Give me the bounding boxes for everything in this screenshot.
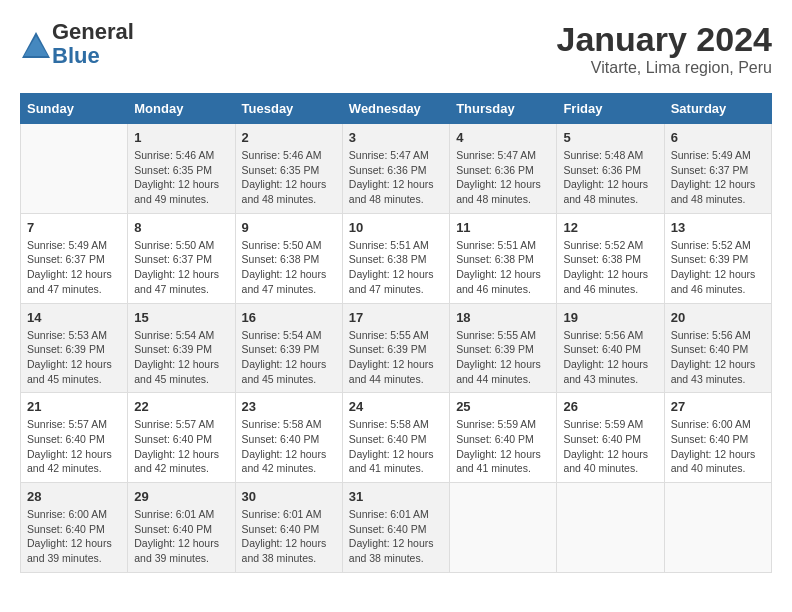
day-info: Sunrise: 6:01 AMSunset: 6:40 PMDaylight:… xyxy=(349,507,443,566)
day-number: 10 xyxy=(349,220,443,235)
calendar-cell: 8Sunrise: 5:50 AMSunset: 6:37 PMDaylight… xyxy=(128,213,235,303)
calendar-cell: 31Sunrise: 6:01 AMSunset: 6:40 PMDayligh… xyxy=(342,483,449,573)
day-info: Sunrise: 5:51 AMSunset: 6:38 PMDaylight:… xyxy=(456,238,550,297)
day-number: 11 xyxy=(456,220,550,235)
logo: General Blue xyxy=(20,20,134,68)
calendar-cell: 9Sunrise: 5:50 AMSunset: 6:38 PMDaylight… xyxy=(235,213,342,303)
title-section: January 2024 Vitarte, Lima region, Peru xyxy=(557,20,773,77)
week-row-2: 7Sunrise: 5:49 AMSunset: 6:37 PMDaylight… xyxy=(21,213,772,303)
header-tuesday: Tuesday xyxy=(235,94,342,124)
calendar-cell: 24Sunrise: 5:58 AMSunset: 6:40 PMDayligh… xyxy=(342,393,449,483)
logo-text: General Blue xyxy=(52,20,134,68)
logo-line1: General xyxy=(52,20,134,44)
calendar-cell: 29Sunrise: 6:01 AMSunset: 6:40 PMDayligh… xyxy=(128,483,235,573)
calendar-cell: 13Sunrise: 5:52 AMSunset: 6:39 PMDayligh… xyxy=(664,213,771,303)
calendar-cell: 26Sunrise: 5:59 AMSunset: 6:40 PMDayligh… xyxy=(557,393,664,483)
day-info: Sunrise: 5:47 AMSunset: 6:36 PMDaylight:… xyxy=(349,148,443,207)
day-info: Sunrise: 5:55 AMSunset: 6:39 PMDaylight:… xyxy=(349,328,443,387)
week-row-3: 14Sunrise: 5:53 AMSunset: 6:39 PMDayligh… xyxy=(21,303,772,393)
calendar-table: SundayMondayTuesdayWednesdayThursdayFrid… xyxy=(20,93,772,573)
day-number: 29 xyxy=(134,489,228,504)
day-info: Sunrise: 5:57 AMSunset: 6:40 PMDaylight:… xyxy=(27,417,121,476)
day-info: Sunrise: 5:54 AMSunset: 6:39 PMDaylight:… xyxy=(242,328,336,387)
day-number: 26 xyxy=(563,399,657,414)
header-wednesday: Wednesday xyxy=(342,94,449,124)
calendar-cell xyxy=(557,483,664,573)
calendar-cell: 10Sunrise: 5:51 AMSunset: 6:38 PMDayligh… xyxy=(342,213,449,303)
calendar-cell: 1Sunrise: 5:46 AMSunset: 6:35 PMDaylight… xyxy=(128,124,235,214)
day-info: Sunrise: 5:58 AMSunset: 6:40 PMDaylight:… xyxy=(349,417,443,476)
day-info: Sunrise: 5:55 AMSunset: 6:39 PMDaylight:… xyxy=(456,328,550,387)
subtitle: Vitarte, Lima region, Peru xyxy=(557,59,773,77)
calendar-cell: 21Sunrise: 5:57 AMSunset: 6:40 PMDayligh… xyxy=(21,393,128,483)
day-number: 15 xyxy=(134,310,228,325)
calendar-cell: 16Sunrise: 5:54 AMSunset: 6:39 PMDayligh… xyxy=(235,303,342,393)
calendar-cell xyxy=(21,124,128,214)
calendar-cell: 3Sunrise: 5:47 AMSunset: 6:36 PMDaylight… xyxy=(342,124,449,214)
day-info: Sunrise: 5:46 AMSunset: 6:35 PMDaylight:… xyxy=(134,148,228,207)
week-row-1: 1Sunrise: 5:46 AMSunset: 6:35 PMDaylight… xyxy=(21,124,772,214)
day-info: Sunrise: 5:58 AMSunset: 6:40 PMDaylight:… xyxy=(242,417,336,476)
header-friday: Friday xyxy=(557,94,664,124)
day-number: 4 xyxy=(456,130,550,145)
day-number: 8 xyxy=(134,220,228,235)
day-info: Sunrise: 5:46 AMSunset: 6:35 PMDaylight:… xyxy=(242,148,336,207)
day-info: Sunrise: 5:52 AMSunset: 6:39 PMDaylight:… xyxy=(671,238,765,297)
day-info: Sunrise: 5:57 AMSunset: 6:40 PMDaylight:… xyxy=(134,417,228,476)
day-info: Sunrise: 5:56 AMSunset: 6:40 PMDaylight:… xyxy=(563,328,657,387)
calendar-cell: 19Sunrise: 5:56 AMSunset: 6:40 PMDayligh… xyxy=(557,303,664,393)
day-number: 27 xyxy=(671,399,765,414)
day-number: 6 xyxy=(671,130,765,145)
day-info: Sunrise: 5:53 AMSunset: 6:39 PMDaylight:… xyxy=(27,328,121,387)
calendar-cell: 17Sunrise: 5:55 AMSunset: 6:39 PMDayligh… xyxy=(342,303,449,393)
header-thursday: Thursday xyxy=(450,94,557,124)
day-info: Sunrise: 5:50 AMSunset: 6:38 PMDaylight:… xyxy=(242,238,336,297)
day-info: Sunrise: 5:50 AMSunset: 6:37 PMDaylight:… xyxy=(134,238,228,297)
header-monday: Monday xyxy=(128,94,235,124)
logo-line2: Blue xyxy=(52,44,134,68)
day-number: 14 xyxy=(27,310,121,325)
day-info: Sunrise: 5:48 AMSunset: 6:36 PMDaylight:… xyxy=(563,148,657,207)
calendar-cell: 30Sunrise: 6:01 AMSunset: 6:40 PMDayligh… xyxy=(235,483,342,573)
day-number: 30 xyxy=(242,489,336,504)
day-number: 1 xyxy=(134,130,228,145)
day-number: 25 xyxy=(456,399,550,414)
day-number: 31 xyxy=(349,489,443,504)
calendar-cell: 27Sunrise: 6:00 AMSunset: 6:40 PMDayligh… xyxy=(664,393,771,483)
calendar-cell: 20Sunrise: 5:56 AMSunset: 6:40 PMDayligh… xyxy=(664,303,771,393)
calendar-header-row: SundayMondayTuesdayWednesdayThursdayFrid… xyxy=(21,94,772,124)
calendar-cell: 25Sunrise: 5:59 AMSunset: 6:40 PMDayligh… xyxy=(450,393,557,483)
day-info: Sunrise: 5:56 AMSunset: 6:40 PMDaylight:… xyxy=(671,328,765,387)
calendar-cell: 4Sunrise: 5:47 AMSunset: 6:36 PMDaylight… xyxy=(450,124,557,214)
calendar-cell: 6Sunrise: 5:49 AMSunset: 6:37 PMDaylight… xyxy=(664,124,771,214)
day-info: Sunrise: 6:01 AMSunset: 6:40 PMDaylight:… xyxy=(134,507,228,566)
day-info: Sunrise: 6:00 AMSunset: 6:40 PMDaylight:… xyxy=(671,417,765,476)
day-info: Sunrise: 6:00 AMSunset: 6:40 PMDaylight:… xyxy=(27,507,121,566)
header-sunday: Sunday xyxy=(21,94,128,124)
week-row-5: 28Sunrise: 6:00 AMSunset: 6:40 PMDayligh… xyxy=(21,483,772,573)
calendar-cell: 22Sunrise: 5:57 AMSunset: 6:40 PMDayligh… xyxy=(128,393,235,483)
day-number: 24 xyxy=(349,399,443,414)
day-number: 5 xyxy=(563,130,657,145)
day-info: Sunrise: 5:47 AMSunset: 6:36 PMDaylight:… xyxy=(456,148,550,207)
header-saturday: Saturday xyxy=(664,94,771,124)
calendar-cell: 18Sunrise: 5:55 AMSunset: 6:39 PMDayligh… xyxy=(450,303,557,393)
calendar-cell: 15Sunrise: 5:54 AMSunset: 6:39 PMDayligh… xyxy=(128,303,235,393)
calendar-cell: 14Sunrise: 5:53 AMSunset: 6:39 PMDayligh… xyxy=(21,303,128,393)
calendar-cell: 11Sunrise: 5:51 AMSunset: 6:38 PMDayligh… xyxy=(450,213,557,303)
day-info: Sunrise: 6:01 AMSunset: 6:40 PMDaylight:… xyxy=(242,507,336,566)
calendar-cell xyxy=(664,483,771,573)
svg-marker-1 xyxy=(24,36,48,56)
day-number: 22 xyxy=(134,399,228,414)
calendar-cell: 28Sunrise: 6:00 AMSunset: 6:40 PMDayligh… xyxy=(21,483,128,573)
day-number: 12 xyxy=(563,220,657,235)
day-number: 7 xyxy=(27,220,121,235)
logo-icon xyxy=(20,30,48,58)
day-info: Sunrise: 5:49 AMSunset: 6:37 PMDaylight:… xyxy=(671,148,765,207)
day-number: 13 xyxy=(671,220,765,235)
day-info: Sunrise: 5:59 AMSunset: 6:40 PMDaylight:… xyxy=(563,417,657,476)
page-header: General Blue January 2024 Vitarte, Lima … xyxy=(20,20,772,77)
day-number: 21 xyxy=(27,399,121,414)
day-number: 16 xyxy=(242,310,336,325)
day-number: 19 xyxy=(563,310,657,325)
